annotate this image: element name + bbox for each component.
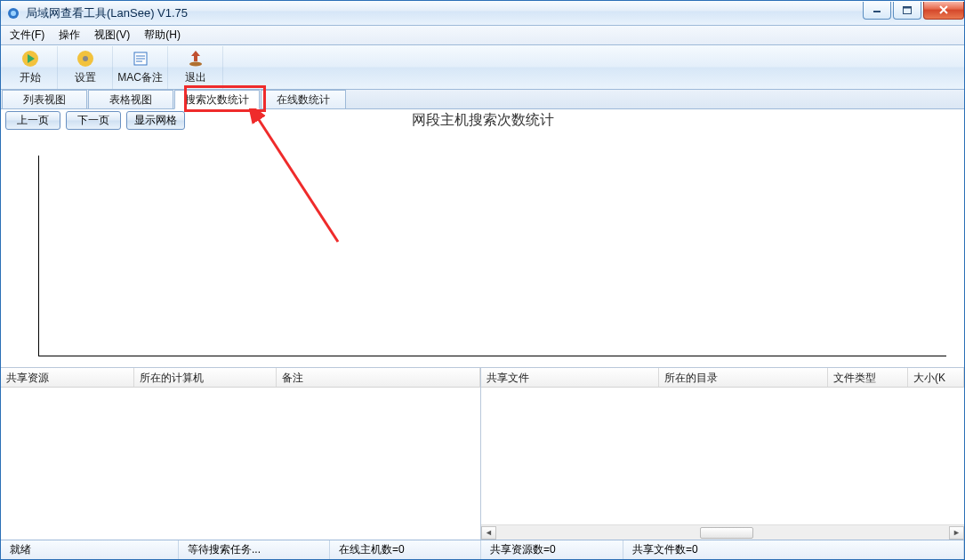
right-h-scrollbar[interactable]: ◄ ► xyxy=(481,524,964,540)
scroll-right-arrow[interactable]: ► xyxy=(949,526,964,540)
chart-area xyxy=(1,131,964,367)
col-size[interactable]: 大小(K xyxy=(908,368,964,387)
menubar: 文件(F) 操作 视图(V) 帮助(H) xyxy=(1,26,964,45)
scroll-left-arrow[interactable]: ◄ xyxy=(481,526,496,540)
maximize-button[interactable] xyxy=(893,2,921,20)
menu-ops[interactable]: 操作 xyxy=(52,26,87,44)
app-icon xyxy=(6,6,20,20)
maximize-icon xyxy=(903,6,912,14)
svg-point-1 xyxy=(11,11,16,16)
status-share-res: 共享资源数=0 xyxy=(481,540,623,559)
close-button[interactable] xyxy=(923,2,964,20)
page-toolbar: 上一页 下一页 显示网格 网段主机搜索次数统计 xyxy=(1,109,964,131)
chart-title: 网段主机搜索次数统计 xyxy=(412,111,554,130)
toolbar-mac-label: MAC备注 xyxy=(117,70,163,85)
svg-rect-2 xyxy=(873,11,881,12)
mac-icon xyxy=(131,49,150,68)
toolbar-start-label: 开始 xyxy=(20,70,41,85)
toolbar-start[interactable]: 开始 xyxy=(3,46,58,89)
left-list-body[interactable] xyxy=(1,388,480,540)
menu-help[interactable]: 帮助(H) xyxy=(137,26,188,44)
chart-canvas xyxy=(38,156,946,356)
left-panel: 共享资源 所在的计算机 备注 xyxy=(1,368,481,540)
statusbar: 就绪 等待搜索任务... 在线主机数=0 共享资源数=0 共享文件数=0 xyxy=(1,540,964,559)
scroll-thumb[interactable] xyxy=(700,527,753,539)
svg-point-8 xyxy=(83,56,88,61)
right-list-body[interactable] xyxy=(481,388,964,524)
status-share-files: 共享文件数=0 xyxy=(623,540,964,559)
status-online: 在线主机数=0 xyxy=(330,540,481,559)
next-page-button[interactable]: 下一页 xyxy=(66,111,121,130)
window-title: 局域网查看工具(LanSee) V1.75 xyxy=(26,5,861,21)
status-ready: 就绪 xyxy=(1,540,179,559)
bottom-panels: 共享资源 所在的计算机 备注 共享文件 所在的目录 文件类型 大小(K ◄ ► xyxy=(1,367,964,540)
toolbar-exit-label: 退出 xyxy=(185,70,206,85)
minimize-icon xyxy=(873,6,881,13)
scroll-track[interactable] xyxy=(496,526,949,540)
toolbar-exit[interactable]: 退出 xyxy=(168,46,223,89)
right-panel: 共享文件 所在的目录 文件类型 大小(K ◄ ► xyxy=(481,368,964,540)
col-directory[interactable]: 所在的目录 xyxy=(659,368,828,387)
right-list-header: 共享文件 所在的目录 文件类型 大小(K xyxy=(481,368,964,388)
exit-icon xyxy=(186,49,205,68)
tab-list-view[interactable]: 列表视图 xyxy=(2,90,87,108)
svg-point-10 xyxy=(189,62,202,67)
toolbar-settings-label: 设置 xyxy=(75,70,96,85)
prev-page-button[interactable]: 上一页 xyxy=(5,111,60,130)
close-icon xyxy=(938,5,949,14)
tab-online-stats[interactable]: 在线数统计 xyxy=(261,90,346,108)
col-remark[interactable]: 备注 xyxy=(277,368,480,387)
start-icon xyxy=(20,49,40,68)
toolbar: 开始 设置 MAC备注 退出 xyxy=(1,45,964,90)
col-share-resource[interactable]: 共享资源 xyxy=(1,368,134,387)
menu-view[interactable]: 视图(V) xyxy=(87,26,137,44)
left-list-header: 共享资源 所在的计算机 备注 xyxy=(1,368,480,388)
col-file-type[interactable]: 文件类型 xyxy=(828,368,908,387)
col-computer[interactable]: 所在的计算机 xyxy=(134,368,277,387)
tab-search-stats[interactable]: 搜索次数统计 xyxy=(174,90,260,109)
col-share-file[interactable]: 共享文件 xyxy=(481,368,659,387)
status-wait: 等待搜索任务... xyxy=(179,540,330,559)
tab-table-view[interactable]: 表格视图 xyxy=(88,90,173,108)
menu-file[interactable]: 文件(F) xyxy=(3,26,52,44)
titlebar: 局域网查看工具(LanSee) V1.75 xyxy=(1,1,964,26)
show-grid-button[interactable]: 显示网格 xyxy=(126,111,185,130)
minimize-button[interactable] xyxy=(863,2,891,20)
toolbar-settings[interactable]: 设置 xyxy=(58,46,113,89)
svg-rect-4 xyxy=(904,6,912,8)
tab-strip: 列表视图 表格视图 搜索次数统计 在线数统计 xyxy=(1,90,964,109)
toolbar-mac[interactable]: MAC备注 xyxy=(113,46,168,89)
settings-icon xyxy=(76,49,95,68)
